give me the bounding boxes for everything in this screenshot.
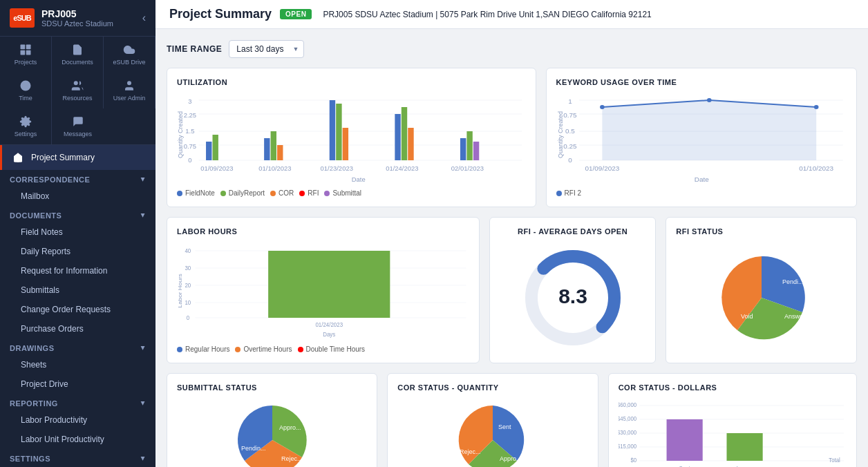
time-range-select[interactable]: Last 30 days Last 7 days Last 90 days Cu… — [229, 40, 304, 58]
svg-text:$30,000: $30,000 — [619, 428, 636, 436]
svg-text:Pendi...: Pendi... — [782, 278, 804, 285]
sidebar-item-labor-unit-productivity-label: Labor Unit Productivity — [21, 435, 104, 444]
nav-projects-label: Projects — [15, 59, 37, 66]
svg-text:2.25: 2.25 — [184, 112, 196, 119]
sidebar-item-project-summary[interactable]: Project Summary — [0, 145, 155, 170]
project-address: 5075 Park Rim Drive Unit 1,SAN DIEGO Cal… — [440, 10, 652, 19]
sidebar-item-mailbox[interactable]: Mailbox — [0, 187, 155, 206]
reporting-chevron-icon: ▲ — [139, 400, 146, 408]
app-logo: eSUB — [10, 8, 35, 28]
sidebar-item-labor-productivity-label: Labor Productivity — [21, 415, 87, 425]
svg-text:0.5: 0.5 — [565, 127, 575, 134]
sidebar-item-submittals[interactable]: Submittals — [0, 280, 155, 300]
svg-text:01/09/2023: 01/09/2023 — [200, 165, 233, 172]
sidebar-section-correspondence[interactable]: CORRESPONDENCE ▲ — [0, 170, 155, 187]
svg-rect-21 — [264, 138, 270, 160]
sidebar-item-rfi[interactable]: Request for Information — [0, 261, 155, 280]
sidebar: eSUB PRJ005 SDSU Aztec Stadium ‹ Project… — [0, 0, 155, 467]
svg-text:Sent: Sent — [679, 464, 690, 467]
svg-text:01/23/2023: 01/23/2023 — [321, 165, 353, 172]
svg-text:Appro...: Appro... — [279, 424, 301, 431]
svg-text:Rejec...: Rejec... — [281, 455, 303, 462]
sidebar-section-reporting[interactable]: REPORTING ▲ — [0, 394, 155, 410]
svg-text:0: 0 — [568, 156, 572, 163]
sidebar-item-change-order-requests-label: Change Order Requests — [21, 305, 111, 314]
sidebar-item-project-drive[interactable]: Project Drive — [0, 374, 155, 394]
svg-text:1: 1 — [568, 97, 572, 104]
svg-text:Date: Date — [694, 175, 708, 182]
nav-resources[interactable]: Resources — [52, 73, 104, 108]
cor-dot — [270, 191, 276, 196]
nav-settings[interactable]: Settings — [0, 108, 52, 144]
sidebar-item-project-drive-label: Project Drive — [21, 379, 68, 389]
svg-marker-50 — [602, 100, 816, 160]
sidebar-item-daily-reports[interactable]: Daily Reports — [0, 242, 155, 261]
nav-messages[interactable]: Messages — [52, 108, 104, 144]
nav-projects[interactable]: Projects — [0, 37, 52, 73]
legend-rfi2: RFI 2 — [556, 189, 581, 197]
chart-row-1: UTILIZATION 3 2.25 1.5 0.75 0 — [167, 68, 857, 207]
sidebar-item-rfi-label: Request for Information — [21, 266, 107, 276]
project-name: SDSU Aztec Stadium — [41, 19, 113, 28]
sidebar-item-labor-unit-productivity[interactable]: Labor Unit Productivity — [0, 430, 155, 449]
svg-point-53 — [813, 105, 818, 109]
svg-text:Answe...: Answe... — [784, 313, 809, 320]
nav-user-admin[interactable]: User Admin — [104, 73, 155, 108]
svg-rect-24 — [330, 100, 335, 160]
sidebar-header: eSUB PRJ005 SDSU Aztec Stadium ‹ — [0, 0, 155, 37]
svg-rect-93 — [666, 419, 702, 461]
svg-text:Quantity Created: Quantity Created — [556, 111, 564, 158]
regular-hours-dot — [177, 347, 182, 352]
sidebar-item-labor-productivity[interactable]: Labor Productivity — [0, 410, 155, 430]
sidebar-section-documents[interactable]: DOCUMENTS ▲ — [0, 206, 155, 222]
nav-time[interactable]: Time — [0, 73, 52, 108]
nav-esub-drive[interactable]: eSUB Drive — [104, 37, 155, 73]
nav-user-admin-label: User Admin — [113, 95, 146, 102]
sidebar-collapse-button[interactable]: ‹ — [142, 12, 146, 24]
svg-rect-1 — [26, 45, 31, 50]
svg-text:0: 0 — [187, 314, 190, 322]
sidebar-item-purchase-orders[interactable]: Purchase Orders — [0, 319, 155, 339]
svg-text:1.5: 1.5 — [185, 128, 194, 135]
dailyreport-dot — [220, 191, 226, 196]
time-range-wrapper: Last 30 days Last 7 days Last 90 days Cu… — [229, 40, 304, 58]
svg-rect-2 — [21, 50, 26, 55]
svg-text:0: 0 — [188, 157, 191, 164]
legend-overtime-hours: Overtime Hours — [235, 345, 292, 353]
project-id: PRJ005 — [41, 8, 113, 19]
svg-text:Quantity Created: Quantity Created — [177, 111, 184, 158]
sidebar-section-documents-label: DOCUMENTS — [10, 211, 62, 220]
submittal-dot — [324, 191, 330, 196]
svg-rect-19 — [206, 142, 211, 160]
sidebar-section-settings[interactable]: SETTINGS ▲ — [0, 449, 155, 466]
sidebar-section-drawings[interactable]: DRAWINGS ▲ — [0, 339, 155, 355]
double-time-hours-dot — [298, 347, 303, 352]
svg-point-52 — [707, 98, 712, 102]
svg-rect-32 — [473, 142, 479, 160]
sidebar-item-change-order-requests[interactable]: Change Order Requests — [0, 300, 155, 319]
sidebar-item-field-notes[interactable]: Field Notes — [0, 222, 155, 242]
drawings-chevron-icon: ▲ — [139, 345, 146, 352]
status-badge: OPEN — [280, 9, 312, 19]
svg-rect-28 — [402, 107, 407, 160]
documents-chevron-icon: ▲ — [139, 212, 146, 220]
rfi2-dot — [556, 191, 562, 196]
home-icon — [12, 151, 24, 164]
topbar-subtitle: PRJ005 SDSU Aztec Stadium | 5075 Park Ri… — [323, 10, 651, 19]
svg-text:01/10/2023: 01/10/2023 — [799, 164, 833, 171]
svg-text:$15,000: $15,000 — [619, 442, 636, 450]
time-range-bar: TIME RANGE Last 30 days Last 7 days Last… — [167, 40, 857, 58]
rfi-status-card: RFI STATUS Pendi... Answe... Void — [666, 217, 857, 363]
legend-double-time-hours: Double Time Hours — [298, 345, 366, 353]
svg-text:0.75: 0.75 — [184, 143, 196, 150]
svg-text:01/09/2023: 01/09/2023 — [585, 164, 619, 171]
nav-documents[interactable]: Documents — [52, 37, 104, 73]
cor-status-qty-title: COR STATUS - QUANTITY — [397, 383, 587, 392]
svg-text:01/10/2023: 01/10/2023 — [258, 165, 291, 172]
sidebar-item-sheets[interactable]: Sheets — [0, 355, 155, 374]
svg-rect-31 — [466, 131, 472, 160]
svg-rect-26 — [343, 128, 348, 160]
project-ref: PRJ005 SDSU Aztec Stadium — [323, 10, 433, 19]
svg-text:20: 20 — [185, 282, 191, 289]
submittal-status-title: SUBMITTAL STATUS — [177, 383, 367, 392]
